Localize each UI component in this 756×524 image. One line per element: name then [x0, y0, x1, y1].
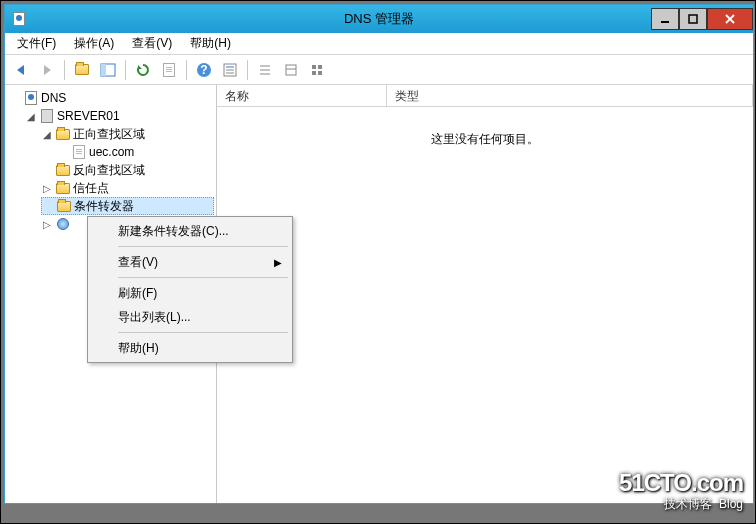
app-icon	[11, 11, 27, 27]
refresh-button[interactable]	[131, 58, 155, 82]
separator	[186, 60, 187, 80]
help-button[interactable]: ?	[192, 58, 216, 82]
folder-icon	[55, 126, 71, 142]
menu-action[interactable]: 操作(A)	[66, 33, 122, 54]
context-menu: 新建条件转发器(C)... 查看(V)▶ 刷新(F) 导出列表(L)... 帮助…	[87, 216, 293, 363]
tree-label: 正向查找区域	[73, 126, 145, 143]
properties-button[interactable]	[218, 58, 242, 82]
up-button[interactable]	[70, 58, 94, 82]
maximize-button[interactable]	[679, 8, 707, 30]
column-name[interactable]: 名称	[217, 85, 387, 106]
list-pane: 名称 类型 这里没有任何项目。	[217, 85, 753, 503]
folder-icon	[55, 180, 71, 196]
separator	[118, 246, 288, 247]
show-hide-tree-button[interactable]	[96, 58, 120, 82]
menu-view[interactable]: 查看(V)	[124, 33, 180, 54]
window-title: DNS 管理器	[344, 10, 414, 28]
expand-icon[interactable]: ▷	[41, 219, 53, 230]
back-button[interactable]	[9, 58, 33, 82]
tree-node-reverse-zones[interactable]: 反向查找区域	[41, 161, 214, 179]
list-header: 名称 类型	[217, 85, 753, 107]
ctx-refresh[interactable]: 刷新(F)	[90, 281, 290, 305]
server-icon	[39, 108, 55, 124]
menu-help[interactable]: 帮助(H)	[182, 33, 239, 54]
list-view2-button[interactable]	[279, 58, 303, 82]
collapse-icon[interactable]: ◢	[41, 129, 53, 140]
svg-rect-5	[101, 64, 106, 76]
tree-node-conditional-forwarders[interactable]: 条件转发器	[41, 197, 214, 215]
svg-rect-17	[312, 65, 316, 69]
svg-text:?: ?	[200, 63, 207, 77]
menu-file[interactable]: 文件(F)	[9, 33, 64, 54]
tree-node-server[interactable]: ◢ SREVER01	[25, 107, 214, 125]
tree-node-forward-zones[interactable]: ◢ 正向查找区域	[41, 125, 214, 143]
toolbar: ?	[5, 55, 753, 85]
globe-icon	[55, 216, 71, 232]
close-button[interactable]	[707, 8, 753, 30]
tree-label: 反向查找区域	[73, 162, 145, 179]
forward-button[interactable]	[35, 58, 59, 82]
tree-label: 条件转发器	[74, 198, 134, 215]
separator	[247, 60, 248, 80]
export-button[interactable]	[157, 58, 181, 82]
menu-bar: 文件(F) 操作(A) 查看(V) 帮助(H)	[5, 33, 753, 55]
ctx-help[interactable]: 帮助(H)	[90, 336, 290, 360]
folder-icon	[56, 198, 72, 214]
tree-node-dns[interactable]: DNS	[9, 89, 214, 107]
tree-node-trust-points[interactable]: ▷ 信任点	[41, 179, 214, 197]
title-bar: DNS 管理器	[5, 5, 753, 33]
collapse-icon[interactable]: ◢	[25, 111, 37, 122]
ctx-export-list[interactable]: 导出列表(L)...	[90, 305, 290, 329]
tree-node-zone[interactable]: uec.com	[57, 143, 214, 161]
ctx-new-conditional-forwarder[interactable]: 新建条件转发器(C)...	[90, 219, 290, 243]
list-body[interactable]: 这里没有任何项目。	[217, 107, 753, 503]
svg-rect-18	[318, 65, 322, 69]
list-view3-button[interactable]	[305, 58, 329, 82]
svg-rect-1	[689, 15, 697, 23]
minimize-button[interactable]	[651, 8, 679, 30]
zone-icon	[71, 144, 87, 160]
tree-label: DNS	[41, 91, 66, 105]
separator	[125, 60, 126, 80]
tree-label: SREVER01	[57, 109, 120, 123]
svg-rect-20	[318, 71, 322, 75]
folder-icon	[55, 162, 71, 178]
separator	[118, 277, 288, 278]
separator	[118, 332, 288, 333]
column-type[interactable]: 类型	[387, 85, 753, 106]
tree-label: uec.com	[89, 145, 134, 159]
dns-icon	[23, 90, 39, 106]
svg-rect-15	[286, 65, 296, 75]
empty-message: 这里没有任何项目。	[431, 131, 539, 148]
tree-label: 信任点	[73, 180, 109, 197]
list-view1-button[interactable]	[253, 58, 277, 82]
ctx-view[interactable]: 查看(V)▶	[90, 250, 290, 274]
svg-rect-19	[312, 71, 316, 75]
separator	[64, 60, 65, 80]
submenu-arrow-icon: ▶	[274, 257, 282, 268]
expand-icon[interactable]: ▷	[41, 183, 53, 194]
